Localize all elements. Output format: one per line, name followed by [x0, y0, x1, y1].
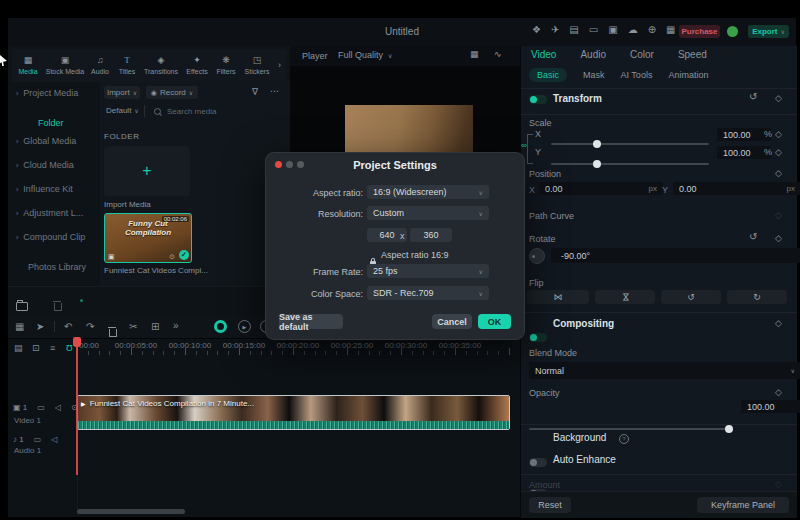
tab-stock-media[interactable]: ▣ Stock Media [44, 56, 86, 75]
sidebar-item-cloud-media[interactable]: › Cloud Media [16, 160, 74, 170]
tab-color[interactable]: Color [630, 49, 654, 60]
avatar[interactable] [727, 26, 738, 37]
timeline-video-clip[interactable]: ▶ Funniest Cat Videos Compilation in 7 M… [77, 395, 510, 430]
opacity-value[interactable]: 100.00 [741, 400, 800, 413]
sidebar-item-influence-kit[interactable]: › Influence Kit [16, 184, 73, 194]
rotate-dial[interactable] [529, 248, 545, 264]
subtab-animation[interactable]: Animation [668, 70, 708, 80]
scale-x-keyframe-icon[interactable]: ◇ [775, 129, 782, 139]
tab-stickers[interactable]: ◳ Stickers [240, 56, 274, 75]
aspect-ratio-select[interactable]: 16:9 (Widescreen)∨ [367, 185, 489, 199]
tab-media[interactable]: ▦ Media [12, 56, 44, 75]
split-icon[interactable]: ✂ [129, 321, 137, 332]
globe-icon[interactable]: ⊕ [648, 25, 656, 35]
track-lock-icon[interactable]: ▭ [34, 435, 42, 444]
resolution-select[interactable]: Custom∨ [367, 206, 489, 220]
background-toggle[interactable] [529, 458, 547, 467]
scale-x-slider-handle[interactable] [593, 140, 601, 148]
add-track-icon[interactable]: ⊡ [32, 343, 40, 353]
compositing-keyframe-icon[interactable]: ◇ [775, 318, 782, 328]
subtab-ai-tools[interactable]: AI Tools [621, 70, 653, 80]
scale-y-keyframe-icon[interactable]: ◇ [775, 147, 782, 157]
display-icon[interactable]: ▭ [589, 25, 598, 35]
ruler-major-ticks[interactable] [77, 348, 517, 355]
transform-keyframe-icon[interactable]: ◇ [775, 93, 782, 103]
rotate-value[interactable]: -90.00° [551, 248, 800, 263]
save-as-default-button[interactable]: Save as default [279, 314, 343, 329]
sidebar-item-adjustment-layer[interactable]: › Adjustment L... [16, 208, 83, 218]
scale-x-value[interactable]: 100.00 [717, 128, 771, 141]
import-button[interactable]: Import ∨ [104, 86, 140, 99]
height-input[interactable]: 360 [410, 228, 452, 242]
sidebar-item-project-media[interactable]: › Project Media [16, 88, 78, 98]
opacity-keyframe-icon[interactable]: ◇ [775, 387, 782, 397]
apps-grid-icon[interactable]: ▦ [666, 25, 675, 35]
sidebar-item-global-media[interactable]: › Global Media [16, 136, 76, 146]
cloud-upload-icon[interactable]: ☁ [628, 25, 638, 35]
tab-audio-props[interactable]: Audio [580, 49, 606, 60]
tab-speed[interactable]: Speed [678, 49, 707, 60]
opacity-slider-handle[interactable] [725, 425, 733, 433]
timeline-scrollbar[interactable] [77, 509, 185, 514]
rotate-cw-button[interactable]: ↻ [727, 290, 787, 304]
scale-x-slider[interactable] [551, 143, 709, 145]
save-icon[interactable]: ▣ [608, 25, 617, 35]
pos-y-input[interactable]: 0.00 px [673, 182, 800, 195]
trash-icon[interactable] [109, 329, 117, 337]
sidebar-item-folder[interactable]: Folder [38, 112, 64, 130]
flip-vertical-button[interactable]: ⋈ [595, 290, 655, 304]
tab-transitions[interactable]: ◈ Transitions [140, 56, 182, 75]
import-media-tile[interactable]: + [104, 146, 190, 196]
snap-magnet-icon[interactable]: Ω [66, 343, 73, 353]
export-button[interactable]: Export ∨ [748, 25, 789, 38]
compositing-toggle[interactable] [529, 333, 547, 342]
more-options-icon[interactable]: ⋯ [270, 87, 279, 96]
delete-icon[interactable] [54, 303, 62, 311]
send-icon[interactable]: ✈ [551, 25, 559, 35]
track-lock-icon[interactable]: ▭ [37, 403, 45, 412]
sidebar-item-compound-clip[interactable]: › Compound Clip [16, 232, 85, 242]
track-mute-icon[interactable]: ◁ [51, 435, 57, 444]
position-keyframe-icon[interactable]: ◇ [775, 168, 782, 178]
playhead-handle[interactable] [73, 337, 81, 347]
undo-icon[interactable]: ↶ [64, 321, 72, 332]
sort-dropdown[interactable]: Default ∨ [106, 106, 139, 115]
flip-horizontal-button[interactable]: ⋈ [527, 290, 589, 304]
opacity-slider[interactable] [529, 428, 733, 430]
track-layout-icon[interactable]: ▦ [15, 321, 24, 332]
tab-effects[interactable]: ✦ Effects [182, 56, 212, 75]
subtab-mask[interactable]: Mask [583, 70, 605, 80]
grid-view-icon[interactable]: ▦ [470, 50, 479, 59]
gift-icon[interactable]: ❖ [532, 25, 541, 35]
quality-dropdown[interactable]: Full Quality ∨ [338, 50, 392, 60]
scale-y-slider-handle[interactable] [593, 160, 601, 168]
tab-video[interactable]: Video [531, 49, 556, 60]
blend-mode-select[interactable]: Normal ∨ [529, 362, 800, 379]
keyboard-icon[interactable]: ▤ [569, 25, 578, 35]
color-space-select[interactable]: SDR - Rec.709∨ [367, 286, 489, 300]
playhead-line[interactable] [76, 347, 78, 475]
search-input[interactable]: Search media [154, 107, 216, 116]
crop-icon[interactable]: ⊞ [151, 321, 159, 332]
link-scale-icon[interactable]: ∞ [521, 141, 527, 150]
subtab-basic[interactable]: Basic [529, 68, 567, 82]
scale-y-value[interactable]: 100.00 [717, 146, 771, 159]
track-list-icon[interactable]: ≡ [50, 343, 55, 353]
tab-audio[interactable]: ♫ Audio [86, 56, 114, 75]
manage-tracks-icon[interactable]: ▤ [14, 343, 23, 353]
reset-transform-icon[interactable]: ↺ [749, 92, 757, 102]
reset-button[interactable]: Reset [529, 497, 571, 513]
more-tools-icon[interactable]: » [173, 320, 179, 331]
scopes-icon[interactable]: ∿ [494, 50, 502, 59]
redo-icon[interactable]: ↷ [86, 321, 94, 332]
new-folder-icon[interactable] [16, 302, 28, 311]
reset-rotate-icon[interactable]: ↺ [749, 232, 757, 242]
ai-assistant-icon[interactable] [214, 320, 227, 333]
transform-toggle[interactable] [529, 95, 547, 104]
select-tool-icon[interactable]: ➤ [36, 321, 44, 332]
track-mute-icon[interactable]: ◁ [55, 403, 61, 412]
scale-y-slider[interactable] [551, 163, 709, 165]
tab-titles[interactable]: T Titles [114, 56, 140, 75]
keyframe-panel-button[interactable]: Keyframe Panel [697, 497, 789, 513]
path-curve-add-icon[interactable]: ◇ [775, 210, 782, 220]
